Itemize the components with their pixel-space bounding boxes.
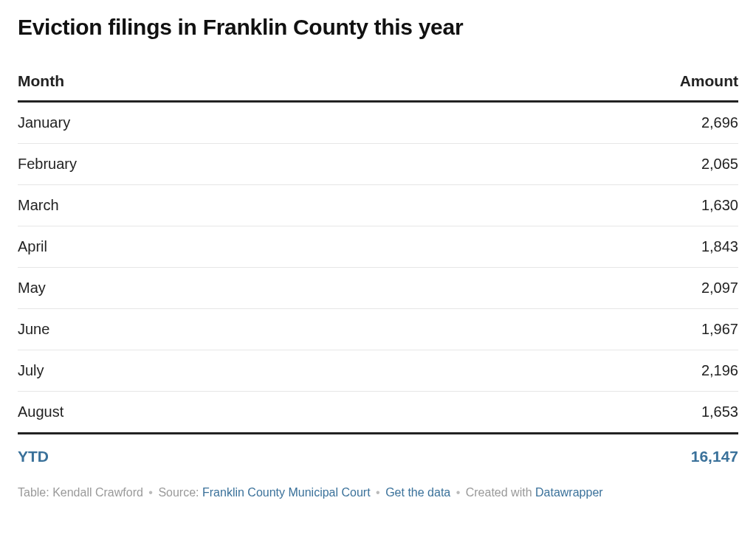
table-row: April1,843 — [18, 226, 738, 268]
table-credit-prefix: Table: — [18, 486, 52, 499]
cell-amount: 2,097 — [379, 268, 738, 309]
total-amount: 16,147 — [379, 434, 738, 479]
source-prefix: Source: — [158, 486, 202, 499]
cell-month: February — [18, 144, 379, 185]
cell-amount: 1,653 — [379, 392, 738, 434]
cell-amount: 2,196 — [379, 350, 738, 392]
table-row: June1,967 — [18, 309, 738, 350]
chart-footer: Table: Kendall Crawford • Source: Frankl… — [18, 486, 738, 499]
created-prefix: Created with — [466, 486, 535, 499]
separator-icon: • — [148, 486, 153, 499]
cell-month: May — [18, 268, 379, 309]
chart-title: Eviction filings in Franklin County this… — [18, 15, 738, 40]
cell-amount: 1,967 — [379, 309, 738, 350]
cell-month: April — [18, 226, 379, 268]
table-row: March1,630 — [18, 185, 738, 226]
table-row: May2,097 — [18, 268, 738, 309]
table-row: January2,696 — [18, 102, 738, 144]
table-total-row: YTD16,147 — [18, 434, 738, 479]
table-row: July2,196 — [18, 350, 738, 392]
data-table: Month Amount January2,696February2,065Ma… — [18, 63, 738, 479]
table-row: August1,653 — [18, 392, 738, 434]
separator-icon: • — [376, 486, 380, 499]
column-header-amount: Amount — [379, 63, 738, 102]
source-link[interactable]: Franklin County Municipal Court — [202, 486, 371, 499]
author-name: Kendall Crawford — [52, 486, 143, 499]
cell-amount: 2,696 — [379, 102, 738, 144]
table-row: February2,065 — [18, 144, 738, 185]
cell-month: January — [18, 102, 379, 144]
cell-amount: 1,630 — [379, 185, 738, 226]
separator-icon: • — [456, 486, 461, 499]
cell-amount: 2,065 — [379, 144, 738, 185]
datawrapper-link[interactable]: Datawrapper — [535, 486, 603, 499]
column-header-month: Month — [18, 63, 379, 102]
cell-month: July — [18, 350, 379, 392]
cell-month: August — [18, 392, 379, 434]
get-data-link[interactable]: Get the data — [385, 486, 450, 499]
cell-month: March — [18, 185, 379, 226]
total-label: YTD — [18, 434, 379, 479]
cell-amount: 1,843 — [379, 226, 738, 268]
cell-month: June — [18, 309, 379, 350]
